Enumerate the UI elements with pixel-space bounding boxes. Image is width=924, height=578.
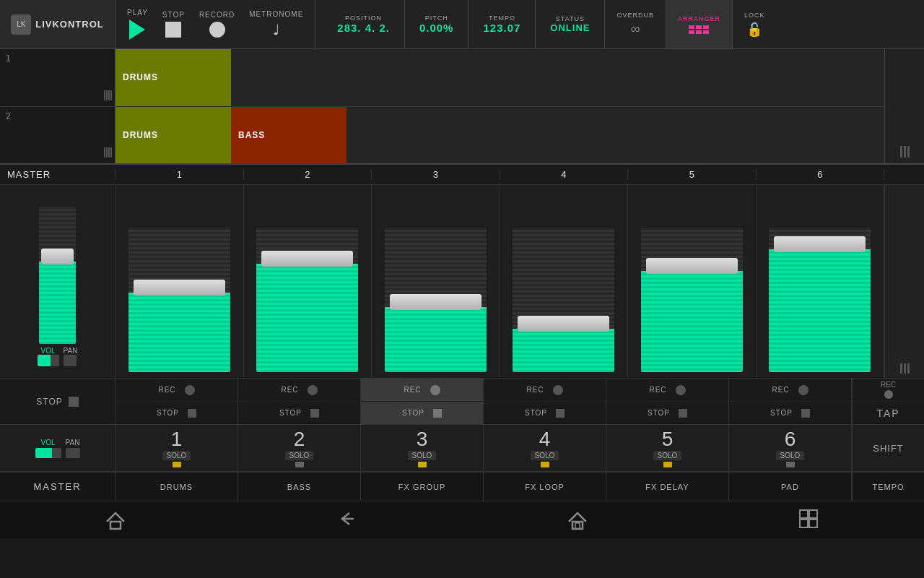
ch-track-name-1: DRUMS (116, 473, 238, 501)
pan-slider[interactable] (66, 448, 80, 458)
ch2-rec-cell[interactable]: REC (238, 379, 360, 402)
ch-rec-stop-3: REC STOP (361, 379, 484, 424)
clip-empty-t1-1[interactable] (231, 49, 362, 106)
pan-label-2: PAN (66, 439, 80, 447)
ch-fader-4[interactable] (513, 228, 614, 372)
solo-btn-4[interactable]: SOLO (531, 451, 559, 460)
ch-dot-4 (541, 462, 549, 467)
clip-drums-t2[interactable]: DRUMS (116, 107, 231, 164)
tap-label[interactable]: TAP (876, 407, 899, 419)
clip-empty-t1-3[interactable] (492, 49, 623, 106)
ch-num-large-2: 2 (294, 429, 305, 449)
ch-track-name-2: BASS (238, 473, 361, 501)
nav-house-btn[interactable] (566, 507, 589, 533)
ch1-stop-square[interactable] (188, 409, 196, 418)
ch-fader-1[interactable] (128, 228, 230, 372)
mixer-master-label: MASTER (0, 169, 116, 180)
ch-rec-stop-1: REC STOP (116, 379, 238, 424)
track-row-2: 2 (0, 107, 115, 164)
ch6-stop-cell[interactable]: STOP (729, 402, 851, 424)
mixer-channels: VOL PAN (0, 185, 924, 378)
vol-fader-small[interactable] (38, 355, 59, 366)
shift-cell[interactable]: SHIFT (852, 425, 924, 471)
master-track-name: MASTER (0, 473, 116, 501)
ch4-rec-circle[interactable] (553, 385, 563, 395)
vol-label-2: VOL (40, 439, 55, 447)
vol-slider[interactable] (35, 448, 61, 458)
arranger-control[interactable]: ARRANGER (666, 0, 733, 48)
ch6-rec-circle[interactable] (798, 385, 808, 395)
clip-empty-t1-4[interactable] (623, 49, 754, 106)
ch3-stop-square[interactable] (433, 409, 442, 418)
clip-empty-t2-3[interactable] (616, 107, 750, 164)
clip-empty-t2-1[interactable] (346, 107, 481, 164)
ch6-rec-label: REC (772, 386, 789, 394)
nav-home-btn[interactable] (104, 507, 127, 533)
ch6-rec-cell[interactable]: REC (729, 379, 851, 402)
ch-strip-6 (757, 185, 885, 378)
solo-btn-1[interactable]: SOLO (162, 451, 191, 460)
mixer-area: MASTER 1 2 3 4 5 6 (0, 165, 924, 378)
ch5-rec-cell[interactable]: REC (606, 379, 728, 402)
ch-fader-6[interactable] (769, 228, 871, 372)
clip-empty-t2-2[interactable] (481, 107, 615, 164)
ch2-rec-circle[interactable] (308, 385, 318, 395)
play-button[interactable] (129, 20, 145, 40)
clip-empty-t2-4[interactable] (750, 107, 884, 164)
ch6-stop-square[interactable] (801, 409, 810, 418)
ch4-stop-label: STOP (525, 409, 547, 417)
ch-num-large-1: 1 (171, 429, 183, 449)
clip-drums-t1[interactable]: DRUMS (116, 49, 231, 106)
ch1-stop-cell[interactable]: STOP (116, 402, 237, 424)
ch5-stop-cell[interactable]: STOP (606, 402, 728, 424)
clip-bass-t2[interactable]: BASS (231, 107, 346, 164)
overdub-control[interactable]: OVERDUB ∞ (605, 0, 666, 48)
ch3-rec-cell[interactable]: REC (361, 379, 483, 402)
ch-rec-stop-2: REC STOP (238, 379, 361, 424)
solo-btn-2[interactable]: SOLO (285, 451, 314, 460)
ch1-rec-circle[interactable] (185, 385, 195, 395)
solo-btn-5[interactable]: SOLO (653, 451, 682, 460)
record-control[interactable]: RECORD (199, 11, 235, 38)
solo-btn-6[interactable]: SOLO (776, 451, 805, 460)
tempo-display: TEMPO 123.07 (468, 0, 536, 48)
ch3-rec-circle[interactable] (430, 385, 440, 395)
tap-bottom[interactable]: TAP (853, 402, 924, 424)
transport-group: PLAY STOP RECORD METRONOME ♩ (116, 0, 315, 48)
ch5-rec-circle[interactable] (676, 385, 686, 395)
ch-rec-stop-4: REC STOP (484, 379, 606, 424)
ch5-stop-square[interactable] (679, 409, 687, 418)
nav-windows-btn[interactable] (797, 507, 820, 533)
ch-track-name-right: TEMPO (852, 473, 924, 501)
ch-fader-3[interactable] (385, 228, 487, 372)
metronome-control[interactable]: METRONOME ♩ (249, 10, 303, 38)
solo-btn-3[interactable]: SOLO (408, 451, 437, 460)
rec-circle-right[interactable] (884, 390, 893, 399)
rec-top[interactable]: REC (853, 379, 924, 402)
lock-control[interactable]: LOCK 🔓 (733, 0, 777, 48)
ch3-stop-cell[interactable]: STOP (361, 402, 483, 424)
metronome-label: METRONOME (249, 10, 303, 18)
ch4-stop-cell[interactable]: STOP (484, 402, 606, 424)
ch-fader-2[interactable] (256, 228, 358, 372)
master-stop-square[interactable] (69, 397, 79, 407)
ch-fader-5[interactable] (641, 228, 743, 372)
ch1-rec-cell[interactable]: REC (116, 379, 237, 402)
ch4-stop-square[interactable] (556, 409, 565, 418)
stop-button[interactable] (165, 22, 181, 38)
ch2-stop-cell[interactable]: STOP (238, 402, 360, 424)
clip-empty-t1-5[interactable] (754, 49, 884, 106)
pan-fader-small[interactable] (64, 355, 77, 366)
ch4-rec-cell[interactable]: REC (484, 379, 606, 402)
master-stop-label[interactable]: STOP (36, 397, 62, 407)
play-control[interactable]: PLAY (127, 9, 148, 40)
nav-back-btn[interactable] (335, 507, 358, 533)
track-1-clips: DRUMS (116, 49, 884, 107)
master-fader-track[interactable] (39, 207, 75, 344)
record-button[interactable] (209, 22, 225, 38)
master-fader[interactable]: VOL PAN (0, 185, 116, 378)
clip-empty-t1-2[interactable] (362, 49, 492, 106)
stop-control[interactable]: STOP (162, 11, 185, 38)
ch2-stop-square[interactable] (310, 409, 319, 418)
ch-name-2: 2 SOLO (238, 425, 361, 471)
